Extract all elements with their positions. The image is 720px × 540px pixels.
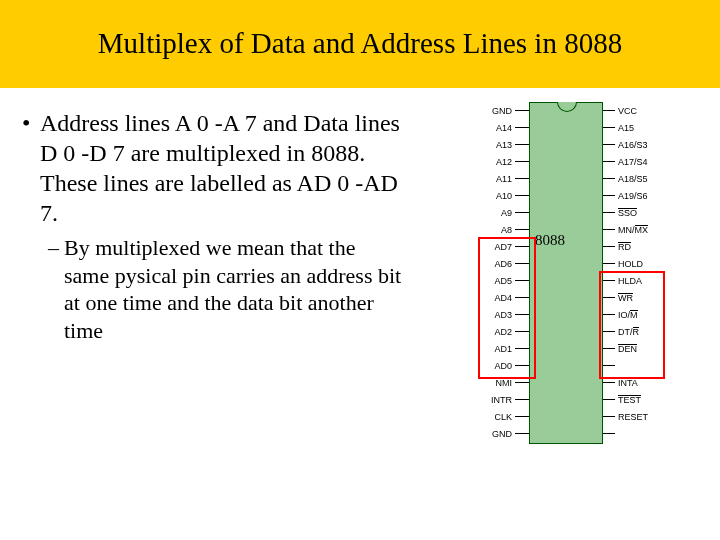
pin-label-left: A9 [482,208,512,218]
pin-label-left: GND [482,106,512,116]
bullet-text: Address lines A 0 -A 7 and Data lines D … [40,108,402,228]
pin-lead [601,195,615,196]
pin-label-left: NMI [482,378,512,388]
pin-label-right: A18/S5 [618,174,656,184]
chip-column: GND140VCCA14239A15A13338A16/S3A12437A17/… [402,108,720,344]
pin-lead [601,127,615,128]
pin-label-right: A15 [618,123,656,133]
pin-lead [601,212,615,213]
pin-label-right: TEST [618,395,656,405]
pin-lead [601,110,615,111]
bullet-dot: • [22,108,40,228]
pin-lead [515,399,529,400]
pin-lead [515,212,529,213]
pin-label-left: A10 [482,191,512,201]
pin-label-left: GND [482,429,512,439]
pin-lead [515,178,529,179]
pin-label-right: INTA [618,378,656,388]
pin-lead [515,161,529,162]
sub-text: By multiplexed we mean that the same pys… [64,234,402,344]
pin-lead [601,161,615,162]
sub-bullet-1: – By multiplexed we mean that the same p… [48,234,402,344]
pin-label-left: A13 [482,140,512,150]
pin-label-left: INTR [482,395,512,405]
pin-lead [601,246,615,247]
pin-lead [515,127,529,128]
pin-label-left: A14 [482,123,512,133]
bullet-1: • Address lines A 0 -A 7 and Data lines … [22,108,402,228]
highlight-control-pins [599,271,665,379]
pin-lead [515,416,529,417]
pin-label-right: A19/S6 [618,191,656,201]
pin-lead [515,229,529,230]
pin-lead [601,416,615,417]
pin-label-left: A11 [482,174,512,184]
pin-label-right: A17/S4 [618,157,656,167]
pin-label-right: RD [618,242,656,252]
pin-lead [601,382,615,383]
pin-lead [515,110,529,111]
pin-lead [515,433,529,434]
pin-label-right: SSO [618,208,656,218]
chip-label: 8088 [535,232,565,249]
chip-diagram: GND140VCCA14239A15A13338A16/S3A12437A17/… [482,102,656,442]
pin-label-left: A8 [482,225,512,235]
pin-lead [515,144,529,145]
pin-lead [601,399,615,400]
pin-label-right: HOLD [618,259,656,269]
pin-label-right: A16/S3 [618,140,656,150]
pin-lead [515,382,529,383]
pin-label-left: A12 [482,157,512,167]
chip-package [529,102,603,444]
highlight-ad-pins [478,237,536,379]
pin-lead [601,229,615,230]
slide-title: Multiplex of Data and Address Lines in 8… [0,0,720,88]
pin-lead [601,144,615,145]
pin-label-left: CLK [482,412,512,422]
text-column: • Address lines A 0 -A 7 and Data lines … [0,108,402,344]
slide-body: • Address lines A 0 -A 7 and Data lines … [0,88,720,344]
pin-label-right: RESET [618,412,656,422]
pin-label-right: VCC [618,106,656,116]
sub-dash: – [48,234,64,344]
pin-lead [601,433,615,434]
pin-lead [515,195,529,196]
pin-lead [601,263,615,264]
pin-lead [601,178,615,179]
chip-notch [557,102,577,112]
pin-label-right: MN/MX [618,225,656,235]
